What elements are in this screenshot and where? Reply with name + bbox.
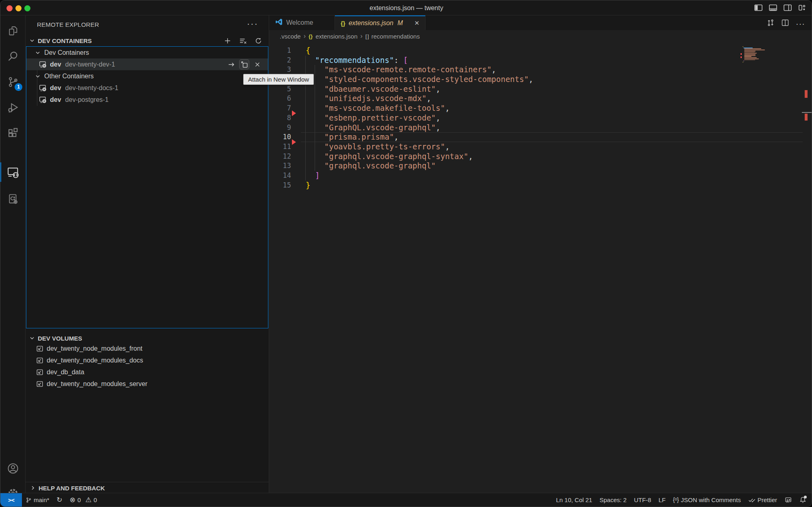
code-line[interactable]: 9 "GraphQL.vscode-graphql",	[269, 123, 812, 133]
git-branch-icon	[26, 497, 32, 503]
code-line[interactable]: 6 "unifiedjs.vscode-mdx",	[269, 94, 812, 104]
volume-item[interactable]: dev_twenty_node_modules_server	[26, 378, 268, 390]
language-mode-item[interactable]: {ᵒ} JSON with Comments	[669, 496, 744, 503]
feedback-item[interactable]	[781, 497, 796, 503]
code-line[interactable]: 8 "esbenp.prettier-vscode",	[269, 113, 812, 123]
double-check-icon	[748, 497, 756, 503]
toggle-secondary-sidebar-icon[interactable]	[783, 3, 792, 13]
code-line[interactable]: 13 "graphql.vscode-graphql"	[269, 161, 812, 171]
remote-indicator[interactable]: ><	[0, 493, 22, 507]
minimap-line	[744, 51, 756, 52]
code-editor[interactable]: 1{2 "recommendations": [3 "ms-vscode-rem…	[269, 42, 812, 494]
indentation-item[interactable]: Spaces: 2	[596, 496, 631, 503]
sync-status-item[interactable]: ↻	[53, 496, 66, 503]
minimap-line	[744, 58, 759, 59]
refresh-icon[interactable]	[253, 36, 263, 45]
json-file-icon: {}	[341, 20, 346, 27]
extensions-icon[interactable]	[0, 121, 26, 145]
minimap-line	[743, 47, 752, 48]
section-header-dev-volumes[interactable]: DEV VOLUMES	[26, 332, 269, 344]
sync-icon: ↻	[56, 496, 62, 503]
volume-item[interactable]: dev_db_data	[26, 366, 268, 378]
scm-badge: 1	[15, 83, 22, 91]
section-header-help-feedback[interactable]: HELP AND FEEDBACK	[26, 482, 269, 494]
json-file-icon: {}	[309, 33, 313, 39]
tree-item-dev-twenty-docs-1[interactable]: dev dev-twenty-docs-1	[26, 82, 268, 94]
code-line[interactable]: 10 "prisma.prisma",	[269, 132, 812, 142]
sidebar-title: REMOTE EXPLORER	[37, 21, 99, 28]
code-line[interactable]: 11 "yoavbls.pretty-ts-errors",	[269, 142, 812, 152]
container-running-icon	[39, 96, 47, 104]
code-line[interactable]: 12 "graphql.vscode-graphql-syntax",	[269, 152, 812, 162]
volume-name: dev_twenty_node_modules_docs	[47, 357, 143, 364]
vscode-logo-icon	[275, 18, 283, 28]
code-line[interactable]: 4 "styled-components.vscode-styled-compo…	[269, 75, 812, 84]
minimap-line	[744, 53, 756, 54]
tree-group-dev-containers[interactable]: Dev Containers	[26, 47, 268, 58]
volume-item[interactable]: dev_twenty_node_modules_front	[26, 343, 268, 354]
attach-to-container-icon[interactable]	[226, 59, 236, 69]
remote-explorer-icon[interactable]	[0, 160, 26, 184]
code-line[interactable]: 15}	[269, 181, 812, 190]
section-label: HELP AND FEEDBACK	[39, 485, 105, 492]
container-tools-icon[interactable]	[0, 187, 26, 211]
more-actions-icon[interactable]: ···	[796, 19, 805, 28]
code-line[interactable]: 2 "recommendations": [	[269, 56, 812, 65]
notifications-item[interactable]	[796, 496, 810, 503]
compare-changes-icon[interactable]	[767, 19, 775, 28]
tab-welcome[interactable]: Welcome	[269, 15, 335, 30]
volume-item[interactable]: dev_twenty_node_modules_docs	[26, 354, 268, 366]
minimap[interactable]	[741, 44, 802, 93]
container-running-icon	[39, 60, 47, 68]
code-line[interactable]: 3 "ms-vscode-remote.remote-containers",	[269, 65, 812, 75]
stop-container-icon[interactable]	[252, 59, 262, 69]
feedback-icon	[784, 497, 792, 503]
chevron-down-icon	[35, 50, 41, 56]
cursor-position-item[interactable]: Ln 10, Col 21	[552, 496, 596, 503]
remote-explorer-sidebar: REMOTE EXPLORER ··· DEV CONTAINERS Dev C…	[26, 15, 269, 494]
sidebar-more-actions-icon[interactable]: ···	[247, 19, 258, 29]
tree-item-dev-postgres-1[interactable]: dev dev-postgres-1	[26, 94, 268, 106]
add-container-icon[interactable]	[222, 36, 232, 45]
code-line[interactable]: 1{	[269, 46, 812, 56]
code-line[interactable]: 7 "ms-vscode.makefile-tools",	[269, 104, 812, 113]
breadcrumb-folder[interactable]: .vscode	[280, 33, 301, 40]
group-label: Dev Containers	[44, 49, 89, 56]
activity-bar: 1	[0, 15, 26, 494]
code-line[interactable]: 5 "dbaeumer.vscode-eslint",	[269, 84, 812, 94]
minimap-line	[744, 52, 755, 53]
problems-status-item[interactable]: ⊗ 0 ⚠ 0	[66, 496, 101, 503]
toggle-primary-sidebar-icon[interactable]	[754, 3, 763, 13]
bell-icon	[799, 496, 806, 503]
tab-extensions-json[interactable]: {} extensions.json M ✕	[335, 15, 425, 30]
eol-item[interactable]: LF	[655, 496, 669, 503]
split-editor-icon[interactable]	[781, 19, 789, 28]
accounts-icon[interactable]	[0, 456, 26, 481]
formatter-item[interactable]: Prettier	[745, 496, 781, 503]
customize-layout-icon[interactable]	[798, 3, 807, 13]
container-kind: dev	[50, 84, 61, 92]
attach-in-new-window-icon[interactable]	[239, 59, 249, 69]
toggle-panel-icon[interactable]	[769, 3, 777, 13]
section-label: DEV CONTAINERS	[38, 37, 92, 44]
clear-list-icon[interactable]	[238, 36, 248, 45]
close-tab-icon[interactable]: ✕	[414, 19, 419, 27]
tree-group-other-containers[interactable]: Other Containers	[26, 70, 268, 82]
run-debug-icon[interactable]	[0, 95, 26, 120]
minimap-line	[744, 48, 761, 49]
branch-status-item[interactable]: main*	[22, 496, 53, 503]
minimap-line	[744, 54, 756, 55]
tree-item-dev-twenty-dev-1[interactable]: dev dev-twenty-dev-1	[26, 58, 268, 70]
explorer-icon[interactable]	[0, 19, 26, 43]
code-line[interactable]: 14 ]	[269, 171, 812, 181]
section-header-dev-containers[interactable]: DEV CONTAINERS	[26, 35, 269, 46]
warning-count: 0	[93, 496, 97, 503]
search-icon[interactable]	[0, 44, 26, 69]
breadcrumb-symbol[interactable]: recommendations	[371, 33, 420, 40]
formatter-label: Prettier	[758, 496, 777, 503]
source-control-icon[interactable]: 1	[0, 70, 26, 94]
breadcrumb-file[interactable]: extensions.json	[315, 33, 357, 40]
error-icon: ⊗	[70, 496, 76, 503]
encoding-item[interactable]: UTF-8	[630, 496, 655, 503]
chevron-down-icon	[29, 335, 35, 341]
